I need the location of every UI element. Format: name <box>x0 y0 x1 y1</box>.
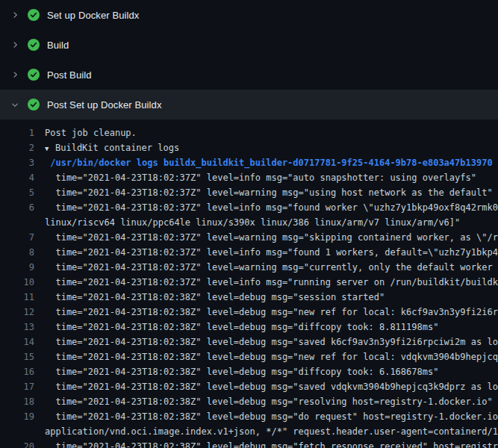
log-row: 8 time="2021-04-23T18:02:37Z" level=info… <box>0 245 498 260</box>
line-number[interactable]: 8 <box>0 245 34 260</box>
log-row: 15 time="2021-04-23T18:02:38Z" level=deb… <box>0 349 498 364</box>
line-number[interactable]: 3 <box>0 155 34 170</box>
line-number[interactable]: 5 <box>0 185 34 200</box>
line-number[interactable]: 2 <box>0 140 34 155</box>
log-line-text: time="2021-04-23T18:02:37Z" level=warnin… <box>34 185 493 200</box>
line-number[interactable]: 13 <box>0 320 34 335</box>
log-line-text: time="2021-04-23T18:02:37Z" level=info m… <box>34 200 498 215</box>
log-line-text: time="2021-04-23T18:02:38Z" level=debug … <box>34 320 438 335</box>
log-row: 12 time="2021-04-23T18:02:38Z" level=deb… <box>0 305 498 320</box>
check-circle-icon <box>28 9 40 21</box>
log-row: 6 time="2021-04-23T18:02:37Z" level=info… <box>0 200 498 215</box>
log-group-label: BuildKit container logs <box>55 143 179 153</box>
step-row[interactable]: Post Set up Docker Buildx <box>0 90 498 119</box>
step-title: Set up Docker Buildx <box>47 10 139 21</box>
chevron-right-icon[interactable] <box>9 69 21 81</box>
log-line-text: time="2021-04-23T18:02:37Z" level=warnin… <box>34 260 498 275</box>
log-line-text: application/vnd.oci.image.index.v1+json,… <box>34 424 498 439</box>
step-title: Build <box>47 40 69 51</box>
log-line-text: time="2021-04-23T18:02:37Z" level=info m… <box>34 170 476 185</box>
line-number[interactable]: 17 <box>0 379 34 394</box>
step-row[interactable]: Post Build <box>0 60 498 90</box>
log-row: 19 time="2021-04-23T18:02:38Z" level=deb… <box>0 409 498 424</box>
log-line-text: time="2021-04-23T18:02:38Z" level=debug … <box>34 349 498 364</box>
log-row: linux/riscv64 linux/ppc64le linux/s390x … <box>0 215 498 230</box>
log-row: 20 time="2021-04-23T18:02:38Z" level=deb… <box>0 439 498 448</box>
line-number[interactable] <box>0 215 34 230</box>
log-line-text: linux/riscv64 linux/ppc64le linux/s390x … <box>34 215 460 230</box>
line-number[interactable]: 18 <box>0 394 34 409</box>
log-line-text: time="2021-04-23T18:02:38Z" level=debug … <box>34 409 498 424</box>
line-number[interactable]: 6 <box>0 200 34 215</box>
line-number[interactable]: 16 <box>0 364 34 379</box>
log-line-text: time="2021-04-23T18:02:38Z" level=debug … <box>34 439 498 448</box>
log-row: 4 time="2021-04-23T18:02:37Z" level=info… <box>0 170 498 185</box>
check-circle-icon <box>28 39 40 51</box>
line-number[interactable]: 11 <box>0 290 34 305</box>
log-line-text: time="2021-04-23T18:02:38Z" level=debug … <box>34 379 498 394</box>
line-number[interactable]: 12 <box>0 305 34 320</box>
log-lines: 1 Post job cleanup. 2 ▼BuildKit containe… <box>0 119 498 448</box>
log-line-text: time="2021-04-23T18:02:37Z" level=info m… <box>34 275 498 290</box>
steps-list: Set up Docker Buildx Build P <box>0 0 498 119</box>
triangle-down-icon[interactable]: ▼ <box>45 141 55 155</box>
step-title: Post Build <box>47 69 92 81</box>
line-number[interactable] <box>0 424 34 439</box>
log-row: 16 time="2021-04-23T18:02:38Z" level=deb… <box>0 364 498 379</box>
log-line-text: time="2021-04-23T18:02:38Z" level=debug … <box>34 364 438 379</box>
log-line-text: ▼BuildKit container logs <box>34 140 179 155</box>
log-line-text: time="2021-04-23T18:02:37Z" level=info m… <box>34 245 498 260</box>
line-number[interactable]: 20 <box>0 439 34 448</box>
log-row: 14 time="2021-04-23T18:02:38Z" level=deb… <box>0 335 498 349</box>
line-number[interactable]: 19 <box>0 409 34 424</box>
line-number[interactable]: 14 <box>0 335 34 349</box>
line-number[interactable]: 4 <box>0 170 34 185</box>
log-row: 13 time="2021-04-23T18:02:38Z" level=deb… <box>0 320 498 335</box>
line-number[interactable]: 1 <box>0 125 34 140</box>
log-line-text: time="2021-04-23T18:02:37Z" level=warnin… <box>34 230 498 245</box>
chevron-right-icon[interactable] <box>9 9 21 21</box>
chevron-down-icon[interactable] <box>9 99 21 111</box>
log-row: 1 Post job cleanup. <box>0 125 498 140</box>
log-row: 9 time="2021-04-23T18:02:37Z" level=warn… <box>0 260 498 275</box>
step-row[interactable]: Build <box>0 30 498 60</box>
log-row: 5 time="2021-04-23T18:02:37Z" level=warn… <box>0 185 498 200</box>
check-circle-icon <box>28 69 40 81</box>
chevron-right-icon[interactable] <box>9 39 21 51</box>
line-number[interactable]: 15 <box>0 349 34 364</box>
line-number[interactable]: 10 <box>0 275 34 290</box>
log-line-text: /usr/bin/docker logs buildx_buildkit_bui… <box>34 155 493 170</box>
check-circle-icon <box>28 99 40 111</box>
workflow-log-panel: Set up Docker Buildx Build P <box>0 0 498 448</box>
log-line-text: Post job cleanup. <box>34 125 137 140</box>
log-row: 10 time="2021-04-23T18:02:37Z" level=inf… <box>0 275 498 290</box>
log-row: 18 time="2021-04-23T18:02:38Z" level=deb… <box>0 394 498 409</box>
log-row: 3 /usr/bin/docker logs buildx_buildkit_b… <box>0 155 498 170</box>
log-row: 7 time="2021-04-23T18:02:37Z" level=warn… <box>0 230 498 245</box>
log-row: 17 time="2021-04-23T18:02:38Z" level=deb… <box>0 379 498 394</box>
log-line-text: time="2021-04-23T18:02:38Z" level=debug … <box>34 290 385 305</box>
log-line-text: time="2021-04-23T18:02:38Z" level=debug … <box>34 394 493 409</box>
line-number[interactable]: 9 <box>0 260 34 275</box>
line-number[interactable]: 7 <box>0 230 34 245</box>
log-line-text: time="2021-04-23T18:02:38Z" level=debug … <box>34 305 498 320</box>
log-row: 2 ▼BuildKit container logs <box>0 140 498 155</box>
log-line-text: time="2021-04-23T18:02:38Z" level=debug … <box>34 335 498 349</box>
log-row: 11 time="2021-04-23T18:02:38Z" level=deb… <box>0 290 498 305</box>
log-row: application/vnd.oci.image.index.v1+json,… <box>0 424 498 439</box>
step-title: Post Set up Docker Buildx <box>47 99 162 111</box>
step-row[interactable]: Set up Docker Buildx <box>0 0 498 30</box>
